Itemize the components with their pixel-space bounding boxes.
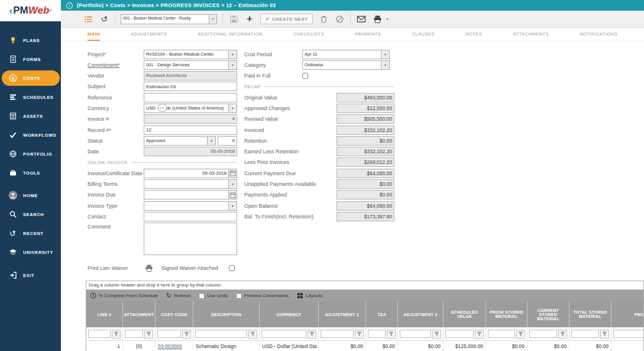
tab-adjustments[interactable]: ADJUSTMENTS	[131, 28, 167, 41]
create-next-button[interactable]: ✔ CREATE NEXT	[260, 14, 313, 24]
column-header-attachment[interactable]: ATTACHMENT	[123, 301, 156, 327]
cancel-icon[interactable]	[334, 14, 345, 24]
filter-funnel-icon[interactable]	[387, 330, 396, 339]
status-revision-input[interactable]	[218, 136, 237, 146]
preview-conversions-checkbox[interactable]	[236, 293, 242, 299]
use-units-toggle[interactable]: Use Units	[199, 293, 228, 299]
mail-icon[interactable]	[356, 14, 367, 24]
column-header-cost-code[interactable]: COST CODE	[156, 301, 193, 327]
sidebar-item-costs[interactable]: $ COSTS	[2, 70, 60, 86]
filter-funnel-icon[interactable]	[432, 330, 441, 339]
filter-funnel-icon[interactable]	[308, 330, 316, 339]
breadcrumb[interactable]: (Portfolio) > Costs > Invoices > PROGRES…	[77, 2, 276, 8]
invoice-due-input[interactable]	[144, 190, 229, 199]
filter-funnel-icon[interactable]	[355, 330, 364, 339]
delete-icon[interactable]	[318, 14, 329, 24]
pmweb-logo[interactable]: ‹PMWeb®	[0, 0, 61, 21]
tab-checklists[interactable]: CHECKLISTS	[293, 28, 324, 41]
sidebar-item-workflows[interactable]: WORKFLOWS	[2, 127, 60, 143]
grid-group-hint[interactable]: Drag a column header and drop it here to…	[86, 281, 643, 290]
filter-input[interactable]	[400, 330, 431, 338]
filter-funnel-icon[interactable]	[112, 330, 121, 339]
chevron-down-icon[interactable]: ▼	[381, 50, 390, 59]
filter-input[interactable]	[529, 330, 557, 338]
record-selector[interactable]: 001 - Boston Medical Center - Rocky ▼	[121, 14, 217, 24]
filter-input[interactable]	[261, 330, 306, 338]
tab-notifications[interactable]: NOTIFICATIONS	[580, 28, 617, 41]
tab-attachments[interactable]: ATTACHMENTS	[513, 28, 549, 41]
refresh-button[interactable]: ↻ Refresh	[166, 292, 190, 299]
tab-main[interactable]: MAIN	[88, 28, 100, 41]
add-record-icon[interactable]: +	[244, 14, 255, 24]
sidebar-item-schedules[interactable]: SCHEDULES	[2, 89, 60, 105]
chevron-down-icon[interactable]: ▼	[229, 201, 237, 211]
column-header-current-stored-material[interactable]: CURRENT STORED MATERIAL	[528, 301, 569, 327]
print-options-chevron-icon[interactable]: ▼	[386, 17, 389, 21]
chevron-down-icon[interactable]: ▼	[229, 179, 237, 189]
column-header-description[interactable]: DESCRIPTION	[193, 301, 260, 327]
filter-funnel-icon[interactable]	[144, 330, 153, 339]
status-select[interactable]: Approved ▼	[144, 136, 216, 146]
sidebar-item-forms[interactable]: FORMS	[2, 51, 60, 67]
calendar-icon[interactable]	[229, 169, 237, 178]
layouts-button[interactable]: Layouts	[297, 292, 322, 299]
contact-input[interactable]	[144, 212, 237, 221]
sidebar-item-portfolio[interactable]: PORTFOLIO	[2, 146, 60, 162]
filter-input[interactable]	[368, 330, 386, 338]
complete-from-schedule-button[interactable]: % Complete From Schedule	[90, 292, 158, 299]
sidebar-item-plans[interactable]: PLANS	[2, 33, 60, 48]
chevron-down-icon[interactable]: ▼	[209, 14, 217, 24]
comment-textarea[interactable]	[144, 223, 237, 255]
invoice-type-select[interactable]: ▼	[144, 201, 237, 211]
filter-input[interactable]	[571, 330, 599, 338]
commitment-select[interactable]: 001 · Design Services ▼	[144, 60, 237, 70]
column-header-adjustment-2[interactable]: ADJUSTMENT 2	[398, 301, 444, 327]
cost-period-select[interactable]: Apr 11 ▼	[302, 50, 390, 59]
filter-input[interactable]	[195, 330, 247, 338]
filter-funnel-icon[interactable]	[516, 330, 525, 339]
column-header-adjustment-1[interactable]: ADJUSTMENT 1	[319, 301, 366, 327]
sidebar-item-university[interactable]: UNIVERSITY	[2, 244, 60, 260]
chevron-down-icon[interactable]: ▼	[381, 60, 390, 70]
sidebar-item-tools[interactable]: TOOLS	[2, 165, 60, 181]
chevron-down-icon[interactable]: ▼	[229, 60, 237, 70]
sidebar-item-recent[interactable]: ↺ RECENT	[2, 226, 60, 241]
sidebar-item-search[interactable]: SEARCH	[2, 207, 60, 222]
subject-input[interactable]	[144, 82, 237, 91]
sidebar-item-assets[interactable]: ASSETS	[2, 108, 60, 124]
column-header-line[interactable]: LINE #	[86, 301, 123, 327]
column-header-scheduled-value[interactable]: SCHEDULED VALUE	[444, 301, 486, 327]
filter-funnel-icon[interactable]	[558, 330, 567, 339]
table-row[interactable]: 1 (0) 03-003000 Schematic Design USD - D…	[86, 341, 643, 351]
save-icon[interactable]	[228, 14, 239, 24]
category-select[interactable]: Ordinaria ▼	[302, 60, 390, 70]
certificate-date-input[interactable]	[144, 169, 229, 178]
filter-input[interactable]	[445, 330, 474, 338]
info-icon[interactable]: i	[66, 2, 73, 9]
billing-terms-select[interactable]: ▼	[144, 179, 237, 189]
calendar-icon[interactable]	[229, 190, 237, 199]
chevron-down-icon[interactable]: ▼	[229, 50, 237, 59]
column-header-tax[interactable]: TAX	[366, 301, 398, 327]
tab-notes[interactable]: NOTES	[465, 28, 482, 41]
print-lien-waiver-icon[interactable]	[144, 263, 154, 273]
commitment-label[interactable]: Commitment*	[88, 62, 144, 68]
preview-conversions-toggle[interactable]: Preview Conversions	[236, 293, 289, 299]
sidebar-item-exit[interactable]: EXIT	[2, 268, 60, 283]
filter-funnel-icon[interactable]	[248, 330, 257, 339]
filter-input[interactable]	[321, 330, 354, 338]
tab-clauses[interactable]: CLAUSES	[412, 28, 435, 41]
column-header-prior-invoices[interactable]: PRIOR INVOICES	[611, 301, 643, 327]
filter-input[interactable]	[613, 330, 643, 338]
list-view-icon[interactable]	[83, 14, 93, 24]
tab-payments[interactable]: PAYMENTS	[355, 28, 381, 41]
record-number-input[interactable]	[144, 125, 237, 135]
filter-input[interactable]	[488, 330, 515, 338]
filter-funnel-icon[interactable]	[475, 330, 484, 339]
project-select[interactable]: RVS0104 - Boston Medical Center ▼	[144, 50, 237, 59]
print-icon[interactable]	[372, 14, 383, 24]
cell-attachment-count[interactable]: (0)	[123, 341, 156, 351]
column-header-total-stored-material[interactable]: TOTAL STORED MATERIAL	[569, 301, 611, 327]
filter-funnel-icon[interactable]	[182, 330, 191, 339]
tab-additional-information[interactable]: ADDITIONAL INFORMATION	[198, 28, 263, 41]
